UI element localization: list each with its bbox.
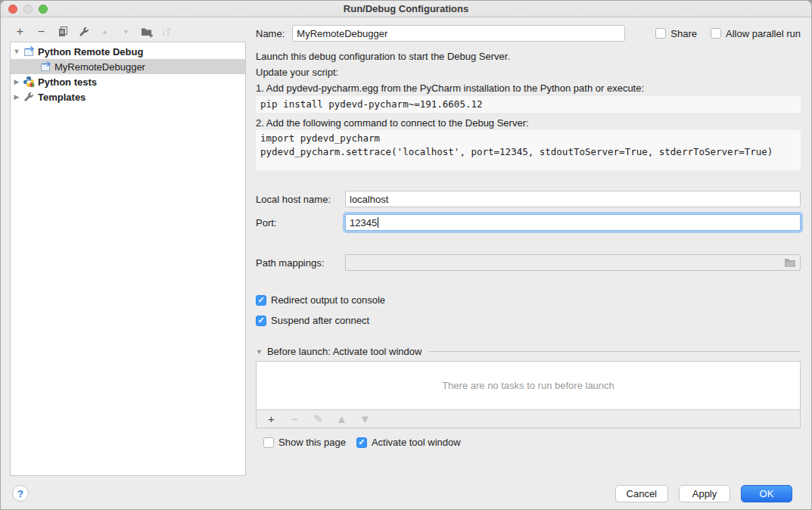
copy-configuration-button[interactable] <box>55 25 70 39</box>
tree-item-templates[interactable]: ▶ Templates <box>11 89 245 104</box>
path-mappings-row: Path mappings: <box>256 254 801 271</box>
tree-item-python-tests[interactable]: ▶ Python tests <box>11 74 245 89</box>
add-configuration-button[interactable]: + <box>13 25 27 39</box>
new-folder-button[interactable] <box>140 25 154 39</box>
step-1-text: 1. Add pydevd-pycharm.egg from the PyCha… <box>256 82 801 94</box>
apply-button[interactable]: Apply <box>679 485 730 502</box>
help-button[interactable]: ? <box>12 485 29 502</box>
sort-configurations-button: ↓ az <box>161 26 170 38</box>
show-this-page-checkbox-box[interactable] <box>263 437 274 448</box>
wrench-icon <box>23 91 35 103</box>
allow-parallel-run-checkbox-box[interactable] <box>711 28 721 39</box>
activate-tool-window-checkbox[interactable]: ✓ Activate tool window <box>356 437 461 448</box>
name-input[interactable] <box>292 25 625 42</box>
suspend-after-connect-checkbox-box[interactable]: ✓ <box>256 316 266 326</box>
name-row: Name: Share Allow parallel run <box>256 25 801 42</box>
empty-tasks-message: There are no tasks to run before launch <box>442 380 614 391</box>
path-mappings-label: Path mappings: <box>256 257 345 269</box>
tree-item-python-remote-debug[interactable]: ▼ Python Remote Debug <box>11 44 245 59</box>
remove-task-button: − <box>288 412 302 426</box>
title-bar: Run/Debug Configurations <box>1 1 811 17</box>
run-debug-configurations-dialog: Run/Debug Configurations + − ▲ ▼ <box>0 0 812 510</box>
local-host-input[interactable] <box>345 191 801 207</box>
remove-configuration-button[interactable]: − <box>34 25 48 39</box>
path-mappings-input[interactable] <box>345 254 801 271</box>
port-input[interactable]: 12345 <box>345 214 801 231</box>
edit-defaults-button[interactable] <box>76 25 91 39</box>
add-task-button[interactable]: + <box>264 412 278 426</box>
show-this-page-checkbox[interactable]: Show this page <box>263 437 346 448</box>
name-label: Name: <box>256 28 285 39</box>
move-down-button: ▼ <box>119 25 133 39</box>
activate-tool-window-checkbox-box[interactable]: ✓ <box>356 437 367 448</box>
cancel-button[interactable]: Cancel <box>615 485 668 502</box>
before-launch-task-list: There are no tasks to run before launch <box>256 361 801 410</box>
separator-line <box>429 351 801 352</box>
local-host-row: Local host name: <box>256 191 801 207</box>
close-window-icon[interactable] <box>8 5 17 14</box>
ok-button[interactable]: OK <box>741 485 792 502</box>
window-title: Run/Debug Configurations <box>344 3 468 14</box>
zoom-window-icon[interactable] <box>39 5 48 14</box>
share-checkbox-box[interactable] <box>655 28 666 39</box>
port-row: Port: 12345 <box>256 214 801 231</box>
intro-text-1: Launch this debug configuration to start… <box>256 51 801 62</box>
allow-parallel-run-checkbox[interactable]: Allow parallel run <box>711 28 801 39</box>
folder-plus-icon <box>141 26 154 38</box>
port-label: Port: <box>256 217 345 229</box>
remote-debug-config-icon <box>23 45 35 58</box>
settrace-code[interactable]: import pydevd_pycharm pydevd_pycharm.set… <box>256 130 801 170</box>
intro-text-2: Update your script: <box>256 67 801 78</box>
folder-icon[interactable] <box>784 257 796 268</box>
configurations-toolbar: + − ▲ ▼ ↓ az <box>13 24 170 39</box>
text-caret <box>378 217 378 228</box>
move-task-down-button: ▼ <box>358 412 372 426</box>
move-up-button: ▲ <box>98 25 112 39</box>
collapse-arrow-icon[interactable]: ▼ <box>256 348 263 356</box>
share-checkbox[interactable]: Share <box>655 28 697 39</box>
tree-item-label: Python Remote Debug <box>38 46 143 58</box>
expand-arrow-icon[interactable]: ▶ <box>11 78 23 86</box>
copy-icon <box>57 26 69 38</box>
before-launch-toolbar: + − ✎ ▲ ▼ <box>256 410 801 428</box>
local-host-label: Local host name: <box>256 194 345 205</box>
expand-arrow-icon[interactable]: ▼ <box>11 48 23 55</box>
tree-item-myremotedebugger[interactable]: MyRemoteDebugger <box>11 59 245 74</box>
redirect-output-checkbox[interactable]: ✓ Redirect output to console <box>256 294 801 306</box>
move-task-up-button: ▲ <box>334 412 349 426</box>
remote-debug-config-icon <box>39 61 51 73</box>
python-logo-icon <box>23 76 35 88</box>
traffic-lights <box>8 5 48 14</box>
configurations-tree: ▼ Python Remote Debug MyRemoteDebugger <box>10 42 246 476</box>
redirect-output-checkbox-box[interactable]: ✓ <box>256 295 266 306</box>
pip-install-code[interactable]: pip install pydevd-pycharm~=191.6605.12 <box>256 96 801 113</box>
suspend-after-connect-checkbox[interactable]: ✓ Suspend after connect <box>256 315 801 326</box>
tree-item-label: Python tests <box>38 76 97 88</box>
edit-task-button: ✎ <box>311 412 325 426</box>
step-2-text: 2. Add the following command to connect … <box>256 117 801 129</box>
tree-item-label: MyRemoteDebugger <box>54 61 145 73</box>
before-launch-header[interactable]: ▼ Before launch: Activate tool window <box>256 346 801 357</box>
dialog-buttons: Cancel Apply OK <box>615 485 792 502</box>
expand-arrow-icon[interactable]: ▶ <box>11 93 23 101</box>
wrench-icon <box>78 26 90 38</box>
page-options-row: Show this page ✓ Activate tool window <box>263 437 808 448</box>
minimize-window-icon <box>23 5 33 14</box>
tree-item-label: Templates <box>38 92 86 103</box>
